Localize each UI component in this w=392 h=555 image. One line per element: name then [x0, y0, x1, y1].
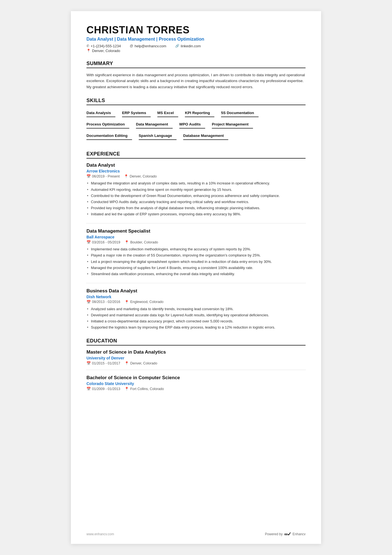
job-location: Boulder, Colorado [130, 240, 158, 244]
exp-divider [86, 283, 306, 283]
job-company: Dish Network [86, 295, 306, 299]
skills-title: SKILLS [86, 98, 306, 105]
job-location-item: 📍 Boulder, Colorado [125, 240, 158, 244]
location-icon: 📍 [125, 387, 129, 391]
skill-item: Database Management [183, 132, 228, 140]
edu-divider [86, 370, 306, 370]
edu-dates: 📅 01/2015 - 01/2017 [86, 361, 120, 365]
location-contact: 📍 Denver, Colorado [86, 49, 120, 53]
resume-page: CHRISTIAN TORRES Data Analyst | Data Man… [71, 11, 321, 544]
job-bullet: Initiated a cross-departmental data accu… [86, 319, 306, 324]
calendar-icon: 📅 [86, 240, 91, 244]
education-entry: Bachelor of Science in Computer Science … [86, 375, 306, 391]
job-bullet: Analyzed sales and marketing data to ide… [86, 306, 306, 312]
job-date-range: 08/2013 - 02/2016 [92, 300, 120, 304]
summary-text: With significant experience in data mana… [86, 72, 306, 90]
brand-logo-icon: ∞✓ [284, 531, 291, 537]
job-bullets: Analyzed sales and marketing data to ide… [86, 306, 306, 330]
experience-section: EXPERIENCE Data Analyst Arrow Electronic… [86, 151, 306, 330]
job-title: Data Analyst [86, 162, 306, 168]
job-location: Englewood, Colorado [130, 300, 163, 304]
education-section: EDUCATION Master of Science in Data Anal… [86, 338, 306, 391]
skill-item: ERP Systems [122, 109, 151, 117]
skill-item: Documentation Editing [86, 132, 132, 140]
summary-title: SUMMARY [86, 61, 306, 68]
job-date-range: 06/2019 - Present [92, 174, 120, 178]
location-icon: 📍 [125, 240, 129, 244]
job-bullet: Managed the provisioning of supplies for… [86, 265, 306, 271]
job-bullet: Managed the integration and analysis of … [86, 181, 306, 186]
calendar-icon: 📅 [86, 387, 91, 391]
job-location-item: 📍 Englewood, Colorado [125, 300, 163, 304]
linkedin-value: linkedin.com [181, 44, 201, 48]
email-icon: @ [130, 44, 133, 48]
location-icon: 📍 [125, 300, 129, 304]
job-bullet: Played a major role in the creation of 5… [86, 253, 306, 258]
edu-school: Colorado State University [86, 381, 306, 386]
calendar-icon: 📅 [86, 361, 91, 365]
email-value: help@enhancv.com [135, 44, 166, 48]
job-bullet: Provided key insights from the analysis … [86, 205, 306, 211]
calendar-icon: 📅 [86, 174, 91, 178]
job-bullet: Initiated and led the update of ERP syst… [86, 211, 306, 217]
job-company: Ball Aerospace [86, 235, 306, 239]
candidate-name: CHRISTIAN TORRES [86, 24, 306, 36]
edu-date-range: 01/2015 - 01/2017 [92, 361, 120, 365]
job-bullets: Managed the integration and analysis of … [86, 181, 306, 217]
job-meta: 📅 08/2013 - 02/2016 📍 Englewood, Colorad… [86, 300, 306, 304]
edu-degree: Master of Science in Data Analytics [86, 349, 306, 355]
brand-name: Enhancv [292, 532, 306, 536]
edu-location-item: 📍 Denver, Colorado [125, 361, 157, 365]
experience-title: EXPERIENCE [86, 151, 306, 159]
edu-location: Fort Collins, Colorado [130, 387, 164, 391]
job-bullet: Streamlined data verification processes,… [86, 271, 306, 277]
edu-meta: 📅 01/2009 - 01/2013 📍 Fort Collins, Colo… [86, 387, 306, 391]
linkedin-contact[interactable]: 🔗 linkedin.com [175, 44, 201, 48]
job-title: Business Data Analyst [86, 288, 306, 294]
footer-brand: Powered by ∞✓ Enhancv [265, 531, 306, 537]
contact-row-1: ✆ +1-(234)-555-1234 @ help@enhancv.com 🔗… [86, 44, 306, 48]
job-company: Arrow Electronics [86, 169, 306, 173]
edu-dates: 📅 01/2009 - 01/2013 [86, 387, 120, 391]
job-bullet: Developed and maintained accurate data l… [86, 312, 306, 318]
skills-grid: Data AnalysisERP SystemsMS ExcelKPI Repo… [86, 109, 306, 143]
skill-item: Data Management [136, 120, 173, 129]
skill-item: WPO Audits [179, 120, 205, 129]
edu-date-range: 01/2009 - 01/2013 [92, 387, 120, 391]
experience-entry: Business Data Analyst Dish Network 📅 08/… [86, 288, 306, 330]
location-icon: 📍 [125, 361, 129, 365]
email-contact: @ help@enhancv.com [130, 44, 166, 48]
footer-website: www.enhancv.com [86, 532, 114, 536]
job-meta: 📅 03/2016 - 05/2019 📍 Boulder, Colorado [86, 240, 306, 244]
edu-degree: Bachelor of Science in Computer Science [86, 375, 306, 381]
job-title: Data Management Specialist [86, 228, 306, 234]
skills-section: SKILLS Data AnalysisERP SystemsMS ExcelK… [86, 98, 306, 143]
skill-item: 5S Documentation [221, 109, 259, 117]
job-bullets: Implemented new data collection methodol… [86, 246, 306, 277]
location-icon: 📍 [86, 49, 91, 53]
job-bullet: Supported the logistics team by improvin… [86, 325, 306, 330]
phone-contact: ✆ +1-(234)-555-1234 [86, 44, 121, 48]
contact-row-2: 📍 Denver, Colorado [86, 49, 306, 53]
page-footer: www.enhancv.com Powered by ∞✓ Enhancv [86, 531, 306, 537]
location-icon: 📍 [124, 174, 128, 178]
job-meta: 📅 06/2019 - Present 📍 Denver, Colorado [86, 174, 306, 178]
exp-divider [86, 223, 306, 223]
edu-location-item: 📍 Fort Collins, Colorado [125, 387, 164, 391]
experience-entry: Data Management Specialist Ball Aerospac… [86, 228, 306, 277]
skill-item: KPI Reporting [185, 109, 214, 117]
powered-by-text: Powered by [265, 532, 282, 536]
phone-value: +1-(234)-555-1234 [91, 44, 121, 48]
phone-icon: ✆ [86, 44, 89, 48]
summary-section: SUMMARY With significant experience in d… [86, 61, 306, 90]
job-bullet: Implemented new data collection methodol… [86, 246, 306, 252]
education-list: Master of Science in Data Analytics Univ… [86, 349, 306, 391]
skill-item: Project Management [212, 120, 253, 129]
edu-meta: 📅 01/2015 - 01/2017 📍 Denver, Colorado [86, 361, 306, 365]
job-bullet: Led a project revamping the digital spre… [86, 259, 306, 265]
job-location-item: 📍 Denver, Colorado [124, 174, 157, 178]
job-dates: 📅 08/2013 - 02/2016 [86, 300, 120, 304]
job-bullet: Automated KPI reporting, reducing time s… [86, 187, 306, 193]
job-location: Denver, Colorado [130, 174, 157, 178]
education-entry: Master of Science in Data Analytics Univ… [86, 349, 306, 365]
